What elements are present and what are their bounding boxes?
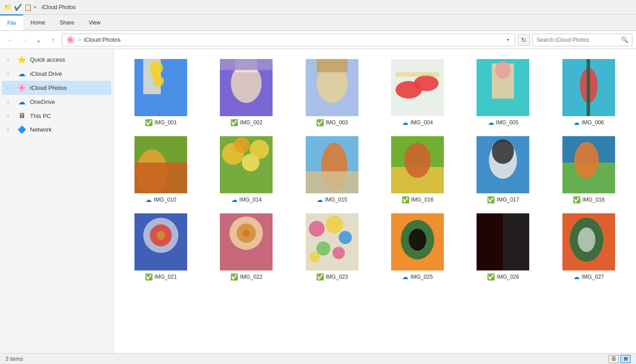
- svg-rect-27: [586, 59, 590, 116]
- svg-point-68: [338, 231, 352, 244]
- sidebar-item-quick-access[interactable]: › ⭐ Quick access: [2, 53, 111, 67]
- photo-thumb-img_016: [390, 135, 445, 194]
- photo-label-img_022: ✅ IMG_022: [230, 273, 262, 280]
- list-view-button[interactable]: ☰: [609, 355, 619, 363]
- photo-item-img_005[interactable]: ☁ IMG_005: [465, 58, 541, 126]
- search-icon: 🔍: [621, 36, 628, 43]
- sync-icon: ☁: [145, 196, 152, 203]
- sidebar-item-icloud-drive[interactable]: › ☁ iCloud Drive: [2, 67, 111, 81]
- refresh-button[interactable]: ↻: [518, 34, 530, 46]
- titlebar: 📁 ✔️ 📋 ▾ iCloud Photos: [0, 0, 636, 15]
- photo-item-img_003[interactable]: ✅ IMG_003: [294, 58, 370, 126]
- search-box[interactable]: 🔍: [532, 34, 632, 46]
- svg-rect-41: [306, 172, 358, 193]
- title-sep: ▾: [34, 4, 36, 10]
- sync-icon: ☁: [573, 119, 580, 126]
- photo-thumb-img_015: [305, 135, 359, 194]
- svg-point-66: [309, 221, 325, 237]
- photo-thumb-img_026: [476, 212, 530, 271]
- sidebar-item-icloud-photos[interactable]: › 🌸 iCloud Photos: [2, 81, 111, 95]
- photo-label-img_023: ✅ IMG_023: [316, 273, 348, 280]
- sidebar-item-onedrive[interactable]: › ☁ OneDrive: [2, 95, 111, 109]
- sync-icon: ✅: [402, 196, 409, 203]
- icloud-drive-label: iCloud Drive: [30, 70, 62, 77]
- photo-thumb-img_017: [476, 135, 530, 194]
- photo-item-img_006[interactable]: ☁ IMG_006: [551, 58, 627, 126]
- tab-share[interactable]: Share: [52, 15, 81, 30]
- photo-item-img_023[interactable]: ✅ IMG_023: [294, 212, 370, 280]
- photo-filename: IMG_005: [496, 119, 518, 126]
- sync-icon: ✅: [145, 273, 153, 280]
- photo-item-img_014[interactable]: ☁ IMG_014: [208, 135, 284, 203]
- photo-item-img_004[interactable]: ☁ IMG_004: [379, 58, 456, 126]
- path-dropdown[interactable]: ▾: [505, 37, 511, 42]
- item-count: 3 items: [5, 356, 23, 362]
- clipboard-icon: 📋: [24, 3, 32, 11]
- sidebar-item-this-pc[interactable]: › 🖥 This PC: [2, 109, 111, 123]
- svg-point-53: [574, 142, 599, 179]
- photo-filename: IMG_025: [410, 274, 432, 280]
- address-path[interactable]: 🌸 > iCloud Photos ▾: [62, 34, 515, 46]
- photo-item-img_017[interactable]: ✅ IMG_017: [465, 135, 541, 203]
- onedrive-label: OneDrive: [30, 98, 55, 105]
- addressbar: ← → ⌄ ↑ 🌸 > iCloud Photos ▾ ↻ 🔍: [0, 31, 636, 49]
- photo-label-img_002: ✅ IMG_002: [230, 119, 262, 126]
- photo-grid: ✅ IMG_001 ✅ IMG_002 ✅ IMG_003 ☁ IMG_004 …: [121, 56, 629, 282]
- tab-view[interactable]: View: [81, 15, 108, 30]
- sync-icon: ✅: [573, 196, 581, 203]
- tab-file[interactable]: File: [0, 15, 23, 30]
- sync-icon: ☁: [402, 273, 408, 280]
- icloud-path-icon: 🌸: [66, 35, 75, 44]
- recent-locations-button[interactable]: ⌄: [33, 34, 45, 46]
- sync-icon: ☁: [573, 273, 580, 280]
- photo-item-img_018[interactable]: ✅ IMG_018: [551, 135, 627, 203]
- photo-item-img_010[interactable]: ☁ IMG_010: [123, 135, 199, 203]
- svg-point-37: [250, 140, 269, 159]
- photo-item-img_026[interactable]: ✅ IMG_026: [465, 212, 541, 280]
- svg-point-67: [325, 216, 343, 233]
- photo-label-img_005: ☁ IMG_005: [488, 119, 518, 126]
- chevron-icon: ›: [7, 85, 14, 90]
- photo-item-img_001[interactable]: ✅ IMG_001: [123, 58, 199, 126]
- photo-filename: IMG_001: [154, 119, 177, 126]
- large-icons-view-button[interactable]: ⊞: [621, 355, 631, 363]
- tab-home[interactable]: Home: [23, 15, 52, 30]
- photo-label-img_018: ✅ IMG_018: [573, 196, 605, 203]
- chevron-icon: ›: [7, 99, 14, 104]
- up-button[interactable]: ↑: [47, 34, 59, 46]
- photo-thumb-img_005: [476, 58, 530, 117]
- photo-thumb-img_006: [561, 58, 616, 117]
- photo-label-img_027: ☁ IMG_027: [573, 273, 604, 280]
- photo-item-img_002[interactable]: ✅ IMG_002: [208, 58, 284, 126]
- search-input[interactable]: [537, 37, 619, 43]
- svg-point-49: [492, 139, 514, 164]
- svg-rect-10: [220, 59, 273, 70]
- photo-filename: IMG_017: [497, 197, 519, 203]
- photo-thumb-img_018: [561, 135, 616, 194]
- photo-item-img_021[interactable]: ✅ IMG_021: [123, 212, 199, 280]
- svg-point-63: [243, 230, 250, 236]
- network-label: Network: [30, 126, 52, 133]
- photo-item-img_025[interactable]: ☁ IMG_025: [379, 212, 456, 280]
- sync-icon: ✅: [230, 119, 238, 126]
- sidebar-item-network[interactable]: › 🔷 Network: [2, 123, 111, 137]
- photo-thumb-img_002: [219, 58, 273, 117]
- sync-icon: ✅: [230, 273, 238, 280]
- check-icon: ✔️: [14, 3, 22, 11]
- photo-item-img_022[interactable]: ✅ IMG_022: [208, 212, 284, 280]
- forward-button[interactable]: →: [18, 34, 30, 46]
- main-area: › ⭐ Quick access › ☁ iCloud Drive › 🌸 iC…: [0, 49, 636, 353]
- photo-thumb-img_004: [390, 58, 445, 117]
- statusbar: 3 items ☰ ⊞: [0, 353, 636, 364]
- view-toggle: ☰ ⊞: [609, 355, 631, 363]
- photo-item-img_015[interactable]: ☁ IMG_015: [294, 135, 370, 203]
- photo-thumb-img_014: [219, 135, 273, 194]
- photo-item-img_016[interactable]: ✅ IMG_016: [379, 135, 456, 203]
- photo-thumb-img_001: [134, 58, 188, 117]
- svg-point-23: [495, 61, 511, 79]
- photo-item-img_027[interactable]: ☁ IMG_027: [551, 212, 627, 280]
- photo-label-img_026: ✅ IMG_026: [487, 273, 519, 280]
- network-icon: 🔷: [17, 125, 26, 134]
- photo-filename: IMG_022: [240, 274, 262, 280]
- back-button[interactable]: ←: [4, 34, 15, 46]
